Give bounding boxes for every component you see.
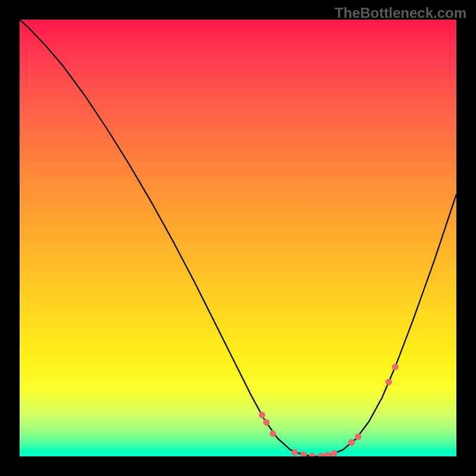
chart-markers <box>259 364 399 456</box>
chart-marker <box>324 452 331 456</box>
watermark-text: TheBottleneck.com <box>335 5 466 21</box>
chart-marker <box>270 430 276 437</box>
chart-marker <box>300 452 307 456</box>
chart-marker <box>259 412 265 418</box>
chart-marker <box>263 419 270 425</box>
chart-marker <box>331 450 337 456</box>
chart-marker <box>386 379 392 386</box>
chart-svg <box>20 20 456 456</box>
chart-marker <box>309 453 315 456</box>
chart-marker <box>392 364 399 370</box>
chart-marker <box>292 449 298 456</box>
chart-plot-area <box>20 20 456 456</box>
chart-marker <box>348 439 355 446</box>
chart-marker <box>318 453 324 456</box>
chart-curve <box>20 20 456 456</box>
chart-marker <box>355 433 361 440</box>
